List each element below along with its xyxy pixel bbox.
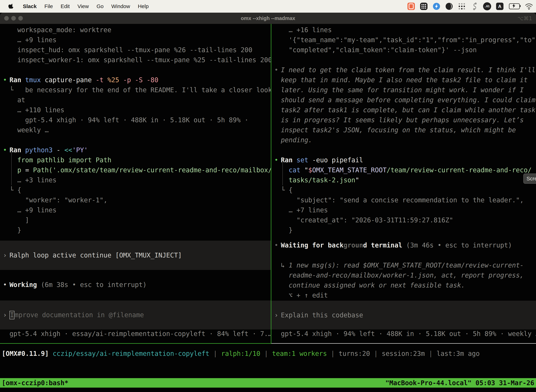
dots-grid-icon[interactable] [458,2,466,10]
right-session-statusline: gpt-5.4 xhigh · 94% left · 488K in · 5.1… [271,329,536,339]
input-source-label: A [496,3,503,10]
ralph-loop-text: Ralph loop active continue [OMX_TMUX_INJ… [10,252,182,259]
apple-icon[interactable] [7,2,15,10]
menu-item-view[interactable]: View [77,3,89,9]
terminal-line: └ { [0,185,271,195]
terminal-line [271,250,536,260]
terminal-line: … +16 lines [271,25,536,35]
disk-crescent-icon[interactable] [445,2,453,10]
terminal-line: └ be necessary for the end of the README… [0,85,271,95]
terminal-line: … +9 lines [0,205,271,215]
window-title: omx --xhigh --madmax [241,15,295,21]
bullet-icon: • [3,75,7,85]
left-pane[interactable]: workspace_mode: worktree … +9 lines insp… [0,24,271,343]
bullet-icon: • [274,155,278,165]
hook-icon[interactable] [470,2,479,10]
pane-divider[interactable] [271,24,271,343]
bullet-icon: • [3,145,7,155]
terminal-line: task2 after task1 is complete, but can I… [271,105,536,115]
terminal-line: later. Using the same for transition mig… [271,85,536,95]
text-cursor: I [10,311,14,319]
menu-item-help[interactable]: Help [138,3,149,9]
menu-item-go[interactable]: Go [96,3,104,9]
right-pane[interactable]: … +16 lines '{"team_name":"my-team","tas… [271,24,536,343]
ralph-loop-banner[interactable]: › Ralph loop active continue [OMX_TMUX_I… [0,241,271,270]
window-shortcut-badge: ⌥⌘1 [517,15,532,21]
terminal-line: "subject": "send a concise recommendatio… [271,195,536,205]
chat-icon[interactable] [407,2,415,10]
terminal-line: "completed","claim_token":"claim-token"}… [271,45,536,55]
left-session-statusline: gpt-5.4 xhigh · essay/ai-reimplementatio… [0,329,271,339]
composer-suggestion: Explain this codebase [281,311,363,319]
terminal-line: •Ran tmux capture-pane -t %25 -p -S -80 [0,75,271,85]
pane-border-bottom-left [0,343,271,344]
terminal-line: •Working (6m 38s • esc to interrupt) [0,280,271,290]
zoom-button[interactable] [18,16,23,21]
screen-tooltip: Scre [523,173,536,184]
bullet-icon: • [274,65,278,75]
terminal-line: … +110 lines [0,105,271,115]
tmux-host-clock: "MacBook-Pro-44.local" 05:03 31-Mar-26 [385,379,534,387]
terminal-line: from pathlib import Path [0,155,271,165]
terminal-line: weekly … [0,125,271,135]
wifi-icon[interactable] [525,2,533,10]
left-pane-output: workspace_mode: worktree … +9 lines insp… [0,24,271,235]
terminal-line [271,55,536,65]
terminal-line: └ { [271,185,536,195]
prompt-chevron: › [3,311,7,319]
right-pane-output: … +16 lines '{"team_name":"my-team","tas… [271,24,536,235]
terminal-line: ] [0,215,271,225]
terminal-line [0,65,271,75]
bolt-badge-icon[interactable] [432,2,441,10]
terminal-line [271,145,536,155]
terminal-line: '{"team_name":"my-team","task_id":"1","f… [271,35,536,45]
terminal-line: •Waiting for background terminal (3m 46s… [271,240,536,250]
close-button[interactable] [4,16,9,21]
terminal-line: is in progress? It seems likely but perh… [271,115,536,125]
composer-input-left[interactable]: › Improve documentation in @filename [0,300,271,330]
terminal-line: •Ran set -euo pipefail [271,155,536,165]
terminal-line: keep that in mind. Maybe I also need the… [271,75,536,85]
terminal-line: pending. [271,135,536,145]
terminal-line: inspect task2's JSON, focusing on the st… [271,125,536,135]
terminal-line: workspace_mode: worktree [0,25,271,35]
terminal-line: inspect_hud: omx sparkshell --tmux-pane … [0,45,271,55]
pane-border-bottom-right [271,343,536,344]
terminal-line: [OMX#0.11.9] cczip/essay/ai-reimplementa… [2,349,536,359]
terminal-line: continue assigned work or next feasible … [271,280,536,290]
keypad-icon[interactable] [420,2,428,10]
terminal[interactable]: workspace_mode: worktree … +9 lines insp… [0,24,536,392]
terminal-line: … +7 lines [271,205,536,215]
terminal-line: should send a message before completing … [271,95,536,105]
code-block-rule [11,152,12,185]
tooltip-label: Scre [526,176,536,182]
code-block-rule [282,162,283,185]
terminal-line: "worker": "worker-1", [0,195,271,205]
prompt-chevron: › [274,311,278,319]
badge-61-icon[interactable]: ..61 [483,2,491,10]
battery-charging-icon[interactable] [508,2,521,10]
terminal-line: p = Path('.omx/state/team/review-current… [0,165,271,175]
menu-item-window[interactable]: Window [111,3,130,9]
menu-bar-left: SlackFileEditViewGoWindowHelp [0,2,148,10]
tmux-statusbar[interactable]: [omx-cczip0:bash* "MacBook-Pro-44.local"… [0,378,536,387]
menu-items: SlackFileEditViewGoWindowHelp [23,3,148,9]
input-source-icon[interactable]: A [496,2,504,10]
bullet-icon: • [274,240,278,250]
menu-item-file[interactable]: File [44,3,53,9]
menu-item-slack[interactable]: Slack [23,3,37,9]
traffic-lights [4,16,23,21]
terminal-line: "created_at": "2026-03-31T11:59:27.816Z" [271,215,536,225]
terminal-line: inspect_worker-1: omx sparkshell --tmux-… [0,55,271,65]
app-window: omx --xhigh --madmax ⌥⌘1 workspace_mode:… [0,13,536,392]
terminal-line: ↳ 1 new msg(s): read $OMX_TEAM_STATE_ROO… [271,260,536,270]
terminal-line: •Ran python3 - <<'PY' [0,145,271,155]
window-titlebar[interactable]: omx --xhigh --madmax ⌥⌘1 [0,13,536,24]
menu-item-edit[interactable]: Edit [61,3,70,9]
composer-input-right[interactable]: › Explain this codebase [271,301,536,330]
terminal-line: •I need to get the claim token from the … [271,65,536,75]
menu-bar-status: ..61 A [407,2,536,10]
bullet-icon: • [3,280,7,290]
omx-status-line: [OMX#0.11.9] cczip/essay/ai-reimplementa… [2,349,536,359]
minimize-button[interactable] [11,16,16,21]
